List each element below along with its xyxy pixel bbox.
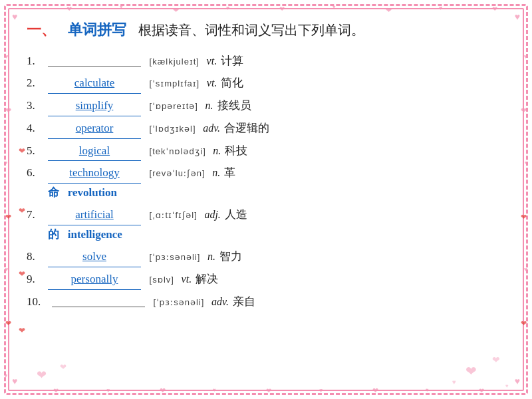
item-number: 5. [27,142,48,161]
item-number: 2. [27,74,48,93]
item-pos: n. [212,164,220,182]
item-phonetic: [ˌɑːtɪˈfɪʃəl] [146,208,200,223]
answer-blank [52,293,145,307]
list-item: 8. solve [ˈpɜːsənəli] n. 智力 [27,247,505,267]
item-pos: vt. [182,270,192,288]
item-number: 1. [27,52,48,71]
item-pos: n. [207,247,215,265]
items-list: 1. [kælkjuleɪt] vt. 计算 2. calculate [ˈsɪ… [27,52,505,312]
item-answer-continuation: 的 intelligence [27,225,505,245]
item-meaning: 智力 [219,247,242,267]
item-answer-continuation: 命 revolution [27,184,505,203]
item-number: 10. [27,293,52,312]
item-pos: adj. [204,205,220,223]
item-answer-line2: 命 revolution [48,186,117,199]
item-meaning: 接线员 [217,96,251,116]
item-phonetic: [ˈlɒdʒɪkəl] [146,122,199,136]
list-item: 2. calculate [ˈsɪmplɪfaɪ] vt. 简化 [27,74,505,94]
item-pos: n. [213,142,221,160]
item-answer-line2: 的 intelligence [48,228,122,241]
item-meaning: 亲自 [233,293,255,312]
item-pos: adv. [203,119,220,137]
item-number: 4. [27,119,48,138]
item-phonetic: [tekˈnɒlədʒi] [146,144,209,159]
item-meaning: 合逻辑的 [224,119,269,138]
item-pos: adv. [211,293,229,311]
item-meaning: 科技 [225,142,247,161]
item-answer: artificial [48,205,141,225]
item-number: 6. [27,164,48,183]
item-phonetic: [ˈɒpəreɪtə] [146,99,201,114]
answer-blank [48,52,141,66]
item-number: 9. [27,270,48,289]
list-item: 5. logical [tekˈnɒlədʒi] n. 科技 [27,142,505,162]
item-phonetic: [ˈpɜːsənəli] [150,295,207,310]
item-meaning: 解决 [196,270,218,289]
item-phonetic: [ˈpɜːsənəli] [146,250,203,265]
section-number: 一、 [27,20,56,40]
item-phonetic: [sɒlv] [146,273,178,287]
item-answer: personally [48,270,141,290]
item-answer: logical [48,142,141,162]
title-row: 一、 单词拼写 根据读音、词性和词义写出下列单词。 [27,20,505,40]
item-phonetic: [kælkjuleɪt] [146,55,203,69]
list-item: 6. technology [revəˈluːʃən] n. 革 命 revol… [27,164,505,203]
section-label: 单词拼写 [68,20,126,40]
item-answer: solve [48,247,141,267]
list-item: 3. simplify [ˈɒpəreɪtə] n. 接线员 [27,96,505,116]
item-meaning: 计算 [221,52,243,71]
item-number: 3. [27,96,48,116]
list-item: 4. operator [ˈlɒdʒɪkəl] adv. 合逻辑的 [27,119,505,139]
main-content: 一、 单词拼写 根据读音、词性和词义写出下列单词。 1. [kælkjuleɪt… [13,13,519,386]
item-meaning: 革 [224,164,235,183]
item-number: 8. [27,247,48,267]
item-phonetic: [revəˈluːʃən] [146,166,208,181]
list-item: 7. artificial [ˌɑːtɪˈfɪʃəl] adj. 人造 的 in… [27,205,505,245]
item-pos: n. [205,96,213,114]
item-number: 7. [27,205,48,225]
list-item: 9. personally [sɒlv] vt. 解决 [27,270,505,290]
item-pos: vt. [207,52,217,70]
item-meaning: 人造 [225,205,247,225]
item-answer: technology [48,164,141,184]
item-answer: calculate [48,74,141,94]
section-instruction: 根据读音、词性和词义写出下列单词。 [138,21,364,39]
list-item: 10. [ˈpɜːsənəli] adv. 亲自 [27,293,505,312]
item-phonetic: [ˈsɪmplɪfaɪ] [146,76,203,91]
item-meaning: 简化 [221,74,243,93]
item-answer: operator [48,119,141,139]
item-answer: simplify [48,96,141,116]
list-item: 1. [kælkjuleɪt] vt. 计算 [27,52,505,71]
item-pos: vt. [207,74,217,92]
